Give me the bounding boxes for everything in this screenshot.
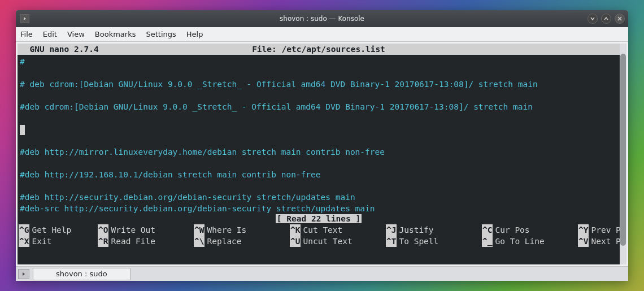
shortcut-write-out: ^OWrite Out [98,224,194,236]
nano-line: #deb cdrom:[Debian GNU/Linux 9.0.0 _Stre… [20,101,617,112]
menu-edit[interactable]: Edit [43,30,57,38]
window-title: shovon : sudo — Konsole [16,15,628,23]
shortcut-prev-page: ^YPrev Page [578,224,620,236]
app-menu-icon[interactable] [20,14,29,23]
nano-line: # [20,56,617,67]
nano-line: #deb http://security.debian.org/debian-s… [20,192,617,203]
menu-file[interactable]: File [20,30,33,38]
menu-help[interactable]: Help [186,30,203,38]
maximize-button[interactable] [601,14,611,24]
nano-line [20,90,617,101]
shortcut-cut-text: ^KCut Text [290,224,386,236]
menu-settings[interactable]: Settings [146,30,176,38]
cursor [20,125,25,135]
shortcut-read-file: ^RRead File [98,236,194,247]
minimize-button[interactable] [588,14,598,24]
shortcut-justify: ^JJustify [386,224,482,236]
shortcut-to-spell: ^TTo Spell [386,236,482,247]
nano-line [20,112,617,124]
konsole-window: shovon : sudo — Konsole File Edit View B… [16,10,628,281]
titlebar[interactable]: shovon : sudo — Konsole [16,10,628,27]
shortcut-go-to-line: ^_Go To Line [482,236,578,247]
close-button[interactable] [615,14,625,24]
nano-line [20,158,617,169]
shortcut-uncut-text: ^UUncut Text [290,236,386,247]
nano-line [20,180,617,192]
nano-line: #deb http://192.168.10.1/debian stretch … [20,169,617,180]
terminal[interactable]: GNU nano 2.7.4 File: /etc/apt/sources.li… [18,44,620,264]
menu-view[interactable]: View [67,30,85,38]
tabbar: shovon : sudo [16,266,628,281]
nano-file-label: File: /etc/apt/sources.list [18,44,620,55]
shortcut-exit: ^XExit [19,236,98,247]
nano-shortcuts: ^GGet Help ^OWrite Out ^WWhere Is ^KCut … [18,224,620,247]
new-tab-button[interactable] [18,269,29,279]
nano-line: # deb cdrom:[Debian GNU/Linux 9.0.0 _Str… [20,79,617,90]
nano-line [20,135,617,146]
nano-content[interactable]: # # deb cdrom:[Debian GNU/Linux 9.0.0 _S… [18,55,620,213]
nano-header: GNU nano 2.7.4 File: /etc/apt/sources.li… [18,44,620,55]
menubar: File Edit View Bookmarks Settings Help [16,27,628,42]
scrollbar-thumb[interactable] [620,54,626,246]
shortcut-cur-pos: ^CCur Pos [482,224,578,236]
nano-status-text: [ Read 22 lines ] [276,214,362,223]
nano-line [20,124,617,135]
shortcut-where-is: ^WWhere Is [194,224,290,236]
scrollbar[interactable] [620,44,626,264]
shortcut-next-page: ^VNext Page [578,236,620,247]
tab-shovon-sudo[interactable]: shovon : sudo [33,268,130,280]
nano-line: #deb-src http://security.debian.org/debi… [20,203,617,214]
nano-line [20,67,617,79]
window-controls [588,14,625,24]
shortcut-get-help: ^GGet Help [19,224,98,236]
shortcut-replace: ^\Replace [194,236,290,247]
nano-line: #deb http://mirror.linuxeveryday.home/de… [20,146,617,158]
nano-status-bar: [ Read 22 lines ] [18,213,620,224]
menu-bookmarks[interactable]: Bookmarks [95,30,136,38]
terminal-area: GNU nano 2.7.4 File: /etc/apt/sources.li… [18,44,626,264]
tab-label: shovon : sudo [56,270,107,278]
